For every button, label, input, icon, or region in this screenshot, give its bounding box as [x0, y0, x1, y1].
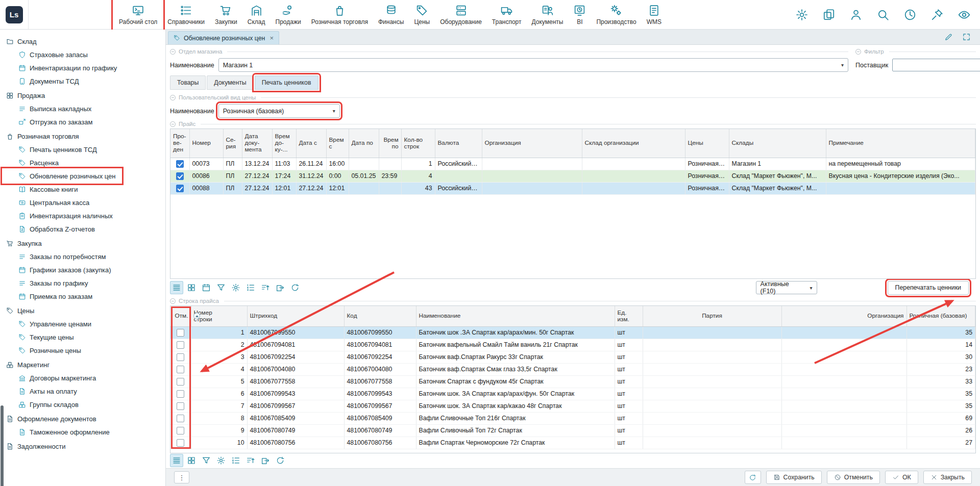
sidebar-item[interactable]: Приемка по заказам — [0, 290, 165, 303]
sidebar-section-header[interactable]: Склад — [0, 35, 165, 48]
store-select[interactable]: Магазин 1 ▾ — [218, 58, 848, 72]
sidebar-item[interactable]: Управление ценами — [0, 317, 165, 330]
line-row[interactable]: 1 4810067099550 4810067099550 Батончик ш… — [170, 326, 975, 339]
sort-ascending-icon[interactable] — [193, 313, 200, 319]
sidebar-item[interactable]: Таможенное оформление — [0, 425, 165, 439]
app-logo[interactable]: Ls — [0, 0, 29, 29]
column-header[interactable]: Дата с — [296, 129, 326, 158]
footer-button[interactable]: ОК — [885, 471, 918, 484]
line-row[interactable]: 5 4810067077558 4810067077558 Батончик С… — [170, 375, 975, 388]
line-row[interactable]: 7 4810067099567 4810067099567 Батончик ш… — [170, 400, 975, 412]
sidebar-item[interactable]: Инвентаризация наличных — [0, 209, 165, 222]
line-row[interactable]: 9 4810067080749 4810067080749 Вафли Слив… — [170, 424, 975, 437]
menu-item[interactable]: Закупки — [210, 0, 242, 29]
column-header[interactable]: Номер — [189, 129, 223, 158]
maximize-icon[interactable] — [962, 33, 971, 41]
menu-item[interactable]: Продажи — [271, 0, 306, 29]
collapse-group-icon[interactable] — [170, 95, 176, 100]
person-icon[interactable] — [849, 8, 863, 21]
gear-icon[interactable] — [214, 454, 228, 467]
active-filter-select[interactable]: Активные (F10) ▾ — [756, 281, 817, 294]
menu-item[interactable]: BI — [568, 0, 591, 29]
row-checkbox[interactable] — [176, 160, 184, 168]
line-row[interactable]: 2 4810067094081 4810067094081 Батончик в… — [170, 339, 975, 351]
sidebar-item[interactable]: Обработка Z-отчетов — [0, 222, 165, 236]
column-header[interactable]: Валюта — [435, 129, 482, 158]
calendar-icon[interactable] — [200, 281, 213, 294]
sidebar-section-header[interactable]: Оформление документов — [0, 412, 165, 425]
copy-icon[interactable] — [822, 8, 836, 21]
refresh-icon[interactable] — [288, 281, 302, 294]
document-tab[interactable]: Обновление розничных цен × — [168, 31, 279, 44]
gear-icon[interactable] — [229, 281, 242, 294]
gear-icon[interactable] — [795, 8, 808, 21]
funnel-icon[interactable] — [214, 281, 228, 294]
sortasc-icon[interactable] — [259, 281, 272, 294]
refresh-icon[interactable] — [274, 454, 287, 467]
menu-item[interactable]: Рабочий стол — [114, 0, 162, 29]
sidebar-section-header[interactable]: Розничная торговля — [0, 130, 165, 143]
sidebar-item[interactable]: Заказы по графику — [0, 276, 165, 290]
close-tab-icon[interactable]: × — [270, 34, 274, 42]
column-header[interactable]: Примечание — [826, 129, 975, 158]
column-header[interactable]: Цены — [685, 129, 729, 158]
column-header[interactable]: Склад организации — [582, 129, 685, 158]
column-header[interactable]: Организация — [482, 129, 582, 158]
column-header[interactable]: Склады — [729, 129, 826, 158]
price-row[interactable]: 00086 ПЛ 27.12.24 17:24 31.12.24 0:00 05… — [170, 170, 975, 182]
price-row[interactable]: 00088 ПЛ 27.12.24 12:01 27.12.24 12:01 — [170, 182, 975, 194]
price-row[interactable]: 00073 ПЛ 13.12.24 11:03 26.11.24 16:00 — [170, 158, 975, 170]
sidebar-section-header[interactable]: Маркетинг — [0, 358, 165, 371]
search-icon[interactable] — [876, 8, 890, 21]
column-header[interactable]: Кол-во строк — [401, 129, 435, 158]
footer-button[interactable]: Отменить — [827, 471, 880, 484]
reprint-price-tags-button[interactable]: Перепечатать ценники — [888, 281, 969, 295]
sidebar-item[interactable]: Инвентаризации по графику — [0, 61, 165, 74]
price-view-select[interactable]: Розничная (базовая) ▾ — [218, 104, 340, 118]
mark-checkbox[interactable] — [177, 378, 184, 386]
sidebar-item[interactable]: Расценка — [0, 156, 165, 169]
column-header[interactable]: Се- рия — [223, 129, 242, 158]
pin-icon[interactable] — [930, 8, 944, 21]
supplier-input[interactable] — [892, 59, 980, 71]
numlist-icon[interactable] — [229, 454, 242, 467]
column-header[interactable]: Код — [344, 306, 416, 326]
sidebar-item[interactable]: Страховые запасы — [0, 48, 165, 61]
numlist-icon[interactable] — [244, 281, 257, 294]
sidebar-item[interactable]: Текущие цены — [0, 330, 165, 344]
menu-item[interactable]: WMS — [642, 0, 667, 29]
clock-icon[interactable] — [903, 8, 917, 21]
row-checkbox[interactable] — [176, 172, 184, 180]
column-header[interactable]: Про- ве- ден — [170, 129, 189, 158]
sidebar-item[interactable]: Договоры маркетинга — [0, 371, 165, 385]
sidebar-item[interactable]: Графики заказов (закупка) — [0, 263, 165, 276]
sidebar-item[interactable]: Отгрузка по заказам — [0, 115, 165, 129]
sortasc-icon[interactable] — [244, 454, 257, 467]
line-row[interactable]: 8 4810067085409 4810067085409 Вафли Слив… — [170, 412, 975, 424]
rows-icon[interactable] — [170, 281, 183, 294]
mark-checkbox[interactable] — [177, 366, 184, 373]
mark-checkbox[interactable] — [177, 329, 184, 337]
column-header[interactable]: Дата доку- мента — [242, 129, 272, 158]
mark-checkbox[interactable] — [177, 415, 184, 422]
grid4-icon[interactable] — [185, 454, 198, 467]
mark-checkbox[interactable] — [177, 390, 184, 398]
content-tab[interactable]: Печать ценников — [255, 75, 318, 90]
sidebar-item[interactable]: Акты на оплату — [0, 385, 165, 398]
sidebar-item[interactable]: Печать ценников ТСД — [0, 143, 165, 156]
edit-pencil-icon[interactable] — [944, 33, 953, 41]
collapse-group-icon[interactable] — [855, 49, 861, 55]
menu-item[interactable]: Транспорт — [487, 0, 527, 29]
collapse-group-icon[interactable] — [170, 49, 176, 55]
menu-item[interactable]: Документы — [527, 0, 569, 29]
eye-icon[interactable] — [958, 8, 971, 21]
sidebar-item[interactable]: Заказы по потребностям — [0, 250, 165, 263]
sidebar-item[interactable]: Документы ТСД — [0, 74, 165, 88]
line-row[interactable]: 10 4810067080756 4810067080756 Вафли Спа… — [170, 437, 975, 449]
content-tab[interactable]: Товары — [170, 75, 206, 90]
column-header[interactable]: Ед. изм. — [615, 306, 643, 326]
menu-item[interactable]: Склад — [242, 0, 271, 29]
mark-checkbox[interactable] — [177, 402, 184, 410]
column-header[interactable]: Наименование — [416, 306, 615, 326]
column-header[interactable]: Организация — [781, 306, 906, 326]
